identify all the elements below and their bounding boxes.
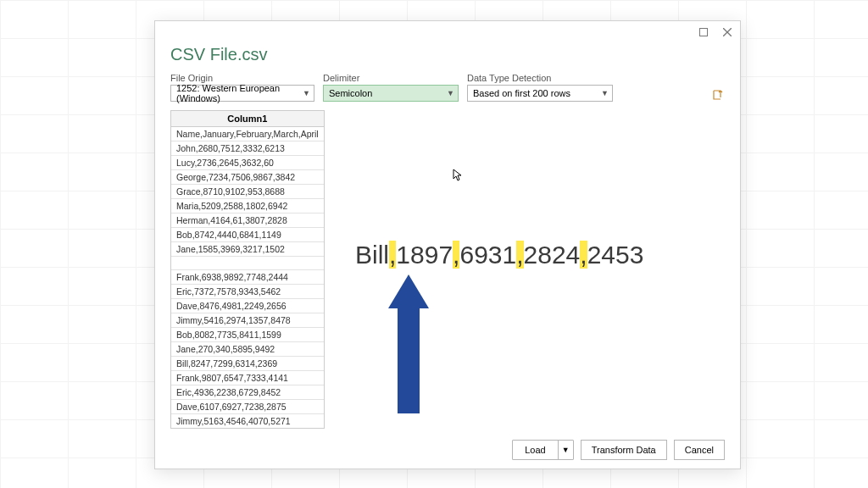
dialog-footer: Load ▼ Transform Data Cancel bbox=[155, 431, 740, 469]
file-origin-label: File Origin bbox=[170, 73, 314, 83]
cancel-button[interactable]: Cancel bbox=[674, 440, 725, 460]
arrow-annotation bbox=[388, 274, 429, 413]
close-icon[interactable] bbox=[721, 26, 733, 38]
column-header[interactable]: Column1 bbox=[171, 111, 324, 127]
chevron-down-icon: ▼ bbox=[303, 89, 310, 97]
table-row[interactable]: George,7234,7506,9867,3842 bbox=[171, 170, 324, 185]
load-button[interactable]: Load ▼ bbox=[512, 440, 573, 460]
table-row[interactable]: Herman,4164,61,3807,2828 bbox=[171, 214, 324, 228]
delimiter-dropdown[interactable]: Semicolon ▼ bbox=[323, 85, 459, 102]
table-row[interactable]: Dave,8476,4981,2249,2656 bbox=[171, 299, 324, 313]
preview-table: Column1 Name,January,February,March,Apri… bbox=[170, 110, 325, 429]
file-origin-dropdown[interactable]: 1252: Western European (Windows) ▼ bbox=[170, 85, 314, 102]
table-row[interactable]: Name,January,February,March,April bbox=[171, 127, 324, 141]
callout-segment: Bill bbox=[355, 241, 389, 269]
delimiter-value: Semicolon bbox=[329, 88, 372, 98]
table-row[interactable]: Dave,6107,6927,7238,2875 bbox=[171, 400, 324, 414]
load-dropdown-arrow[interactable]: ▼ bbox=[558, 441, 573, 459]
table-row[interactable] bbox=[171, 257, 324, 270]
highlighted-comma: , bbox=[580, 241, 587, 269]
load-button-label[interactable]: Load bbox=[513, 441, 557, 459]
callout-segment: 1897 bbox=[396, 241, 453, 269]
table-row[interactable]: Jimmy,5163,4546,4070,5271 bbox=[171, 414, 324, 428]
callout-text: Bill,1897,6931,2824,2453 bbox=[355, 241, 643, 269]
table-row[interactable]: Bill,8247,7299,6314,2369 bbox=[171, 357, 324, 371]
callout-segment: 6931 bbox=[459, 241, 516, 269]
preview-area: Column1 Name,January,February,March,Apri… bbox=[155, 105, 740, 431]
detection-label: Data Type Detection bbox=[467, 73, 613, 83]
cursor-icon bbox=[452, 169, 465, 186]
table-row[interactable]: Grace,8710,9102,953,8688 bbox=[171, 185, 324, 199]
controls-row: File Origin 1252: Western European (Wind… bbox=[155, 71, 740, 105]
table-row[interactable]: Jimmy,5416,2974,1357,8478 bbox=[171, 313, 324, 328]
table-row[interactable]: Jane,270,340,5895,9492 bbox=[171, 342, 324, 357]
detection-value: Based on first 200 rows bbox=[473, 88, 570, 98]
table-row[interactable]: Maria,5209,2588,1802,6942 bbox=[171, 199, 324, 214]
table-row[interactable]: Eric,4936,2238,6729,8452 bbox=[171, 385, 324, 400]
table-row[interactable]: Bob,8742,4440,6841,1149 bbox=[171, 228, 324, 242]
delimiter-label: Delimiter bbox=[323, 73, 459, 83]
table-row[interactable]: Frank,6938,9892,7748,2444 bbox=[171, 270, 324, 285]
callout-segment: 2824 bbox=[524, 241, 581, 269]
refresh-icon[interactable] bbox=[711, 88, 725, 102]
callout-segment: 2453 bbox=[587, 241, 644, 269]
highlighted-comma: , bbox=[516, 241, 523, 269]
table-row[interactable]: Lucy,2736,2645,3632,60 bbox=[171, 156, 324, 170]
dialog-title: CSV File.csv bbox=[155, 43, 740, 71]
table-row[interactable]: Frank,9807,6547,7333,4141 bbox=[171, 371, 324, 385]
dialog-titlebar bbox=[155, 21, 740, 43]
transform-data-button[interactable]: Transform Data bbox=[581, 440, 667, 460]
maximize-icon[interactable] bbox=[698, 26, 709, 38]
file-origin-value: 1252: Western European (Windows) bbox=[176, 83, 303, 103]
chevron-down-icon: ▼ bbox=[601, 89, 609, 97]
svg-rect-0 bbox=[700, 29, 708, 36]
import-dialog: CSV File.csv File Origin 1252: Western E… bbox=[154, 20, 741, 469]
chevron-down-icon: ▼ bbox=[447, 89, 454, 97]
table-row[interactable]: John,2680,7512,3332,6213 bbox=[171, 141, 324, 156]
table-row[interactable]: Jane,1585,3969,3217,1502 bbox=[171, 242, 324, 257]
detection-dropdown[interactable]: Based on first 200 rows ▼ bbox=[467, 85, 613, 102]
table-row[interactable]: Eric,7372,7578,9343,5462 bbox=[171, 285, 324, 299]
table-row[interactable]: Bob,8082,7735,8411,1599 bbox=[171, 328, 324, 342]
